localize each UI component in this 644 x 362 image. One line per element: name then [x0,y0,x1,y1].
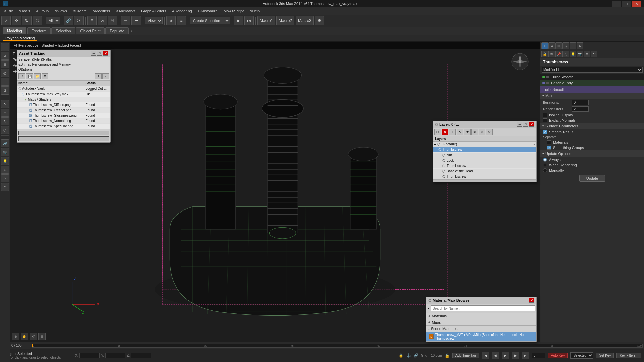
at-menu-bitmap[interactable]: &Bitmap Performance and Memory [18,63,109,66]
manually-radio-dot[interactable] [543,168,547,172]
iterations-input[interactable]: 0 [572,100,589,105]
close-button[interactable]: ✕ [632,1,641,7]
lw-hide-btn[interactable]: 👁 [464,129,471,135]
menu-modifiers[interactable]: &Modifiers [90,8,113,14]
vp-zoom-btn[interactable]: ⊕ [12,333,19,340]
viewport-compass[interactable] [510,52,530,72]
surface-params-header[interactable]: Surface Parameters [540,123,644,129]
tab-modeling[interactable]: Modeling [3,27,26,34]
smooth-result-checkbox[interactable]: Smooth Result [540,129,644,135]
materials-checkbox[interactable]: Materials [540,140,644,145]
key-filters-btn[interactable]: Key Filters... [616,353,641,358]
maximize-button[interactable]: □ [622,1,631,7]
rp-modify-icon[interactable]: ≋ [548,42,555,49]
table-row[interactable]: ⬡ Autodesk Vault Logged Out ... [17,86,110,92]
layer-nut[interactable]: ⬡ Nut [433,153,536,158]
modifier-turbosmooth[interactable]: TurboSmooth [540,74,644,80]
at-open-btn[interactable]: 📁 [34,73,41,79]
macro2-btn[interactable]: Macro2 [276,16,294,25]
vp-zoom-all-btn[interactable]: ⊞ [38,333,46,340]
rp-light-icon[interactable]: 💡 [570,51,576,57]
smoothing-groups-cb[interactable] [547,146,551,150]
rp-display-icon[interactable]: ⊡ [570,42,576,49]
menu-views[interactable]: &Views [52,8,69,14]
toolbar-move-btn[interactable]: ✛ [12,16,21,25]
at-menu-server[interactable]: Ser&ver [18,58,31,61]
explicit-normals-cb[interactable] [543,118,547,122]
rp-create-icon[interactable]: + [541,42,548,49]
tab-more-btn[interactable]: ▸ [131,28,133,33]
macro3-btn[interactable]: Macro3 [296,16,314,25]
rp-pin-icon[interactable]: 📌 [555,51,562,57]
z-value[interactable] [131,353,151,358]
when-rendering-radio[interactable]: When Rendering [540,162,644,168]
minimize-button[interactable]: ─ [612,1,621,7]
at-help-btn[interactable]: ? [95,73,102,79]
smoothing-groups-checkbox[interactable]: Smoothing Groups [540,145,644,150]
modify-tool[interactable]: ≋ [1,52,9,60]
lw-maximize-btn[interactable]: □ [523,122,528,127]
timeline[interactable]: 0 / 100 0 15 30 45 60 75 85 100 [10,342,644,349]
select-tool[interactable]: ↖ [1,100,9,108]
create-selection-dropdown[interactable]: Create Selection [190,17,230,24]
table-row[interactable]: 🖼 Thumbscrew_Glossiness.png Found [17,113,110,118]
next-key-btn[interactable]: ▶ [512,352,519,359]
menu-tools[interactable]: &Tools [16,8,33,14]
motion-tool[interactable]: ◎ [1,69,9,77]
tab-populate[interactable]: Populate [105,27,128,34]
y-value[interactable] [105,353,125,358]
explicit-normals-checkbox[interactable]: Explicit Normals [540,118,644,123]
rp-utilities-icon[interactable]: ⚙ [577,42,583,49]
vp-orbit-btn[interactable]: ↺ [30,333,37,340]
lw-select-btn[interactable]: ↖ [457,129,463,135]
at-maximize-btn[interactable]: □ [97,51,102,56]
menu-group[interactable]: &Group [33,8,51,14]
menu-rendering[interactable]: &Rendering [170,8,195,14]
layer-base-of-head[interactable]: ⬡ Base of the Head [433,169,536,174]
menu-animation[interactable]: &Animation [113,8,138,14]
isoline-cb[interactable] [543,113,547,117]
materials-cb[interactable] [547,140,551,144]
lw-settings-btn[interactable]: ⚙ [486,129,493,135]
at-menu-paths[interactable]: &Paths [41,58,52,61]
manually-radio[interactable]: Manually [540,168,644,173]
mat-browser-close-btn[interactable]: ✕ [529,298,534,303]
rp-warp-icon[interactable]: 〜 [591,51,597,57]
tab-selection[interactable]: Selection [51,27,75,34]
at-refresh-btn[interactable]: ↺ [18,73,25,79]
toolbar-next-btn[interactable]: ⏭ [244,16,254,25]
layer-default[interactable]: ▸ ⬡ 0 (default) ▾ [433,142,536,147]
layer-thumbscrew-selected[interactable]: ⬡ Thumbscrew [433,147,536,153]
toolbar-scale-btn[interactable]: ⬡ [33,16,42,25]
maps-section-header[interactable]: Maps [426,319,536,325]
isoline-checkbox[interactable]: Isoline Display [540,112,644,118]
menu-create[interactable]: &Create [70,8,89,14]
always-radio-dot[interactable] [543,158,547,162]
lw-add-obj-btn[interactable]: + [449,129,456,135]
layer-scrollbar[interactable] [433,179,536,182]
toolbar-mirror-btn[interactable]: ⊣ [121,16,130,25]
lw-minimize-btn[interactable]: ─ [517,122,522,127]
rotate-tool[interactable]: ↻ [1,117,9,125]
lw-delete-layer-btn[interactable]: ✕ [442,129,448,135]
timeline-track[interactable]: 0 15 30 45 60 75 85 100 [32,344,643,348]
mat-item-thumbscrew[interactable]: M Thumbscrew_MAT ( VRayMtl ) [Base of th… [426,332,536,341]
materials-section-header[interactable]: Materials [426,313,536,319]
rp-hierarchy-icon[interactable]: ⊞ [555,42,562,49]
play-btn[interactable]: ▶ [502,352,509,359]
table-row[interactable]: 🖼 Thumbscrew_Specular.png Found [17,124,110,129]
status-anchor-icon[interactable]: ⚓ [406,353,411,358]
render-iters-input[interactable]: 2 [572,106,589,112]
menu-help[interactable]: &Help [247,8,262,14]
table-row[interactable]: 🖼 Thumbscrew_Diffuse.png Found [17,102,110,108]
add-time-tag-btn[interactable]: Add Time Tag [452,353,479,358]
menu-graph[interactable]: Graph &Editors [138,8,169,14]
rp-camera-icon[interactable]: 📷 [577,51,583,57]
toolbar-rotate-btn[interactable]: ↻ [22,16,32,25]
table-row[interactable]: 🖼 Thumbscrew_Fresnel.png Found [17,108,110,113]
table-row[interactable]: ⬡ Thumbscrew_max_vray.max Ok [17,92,110,97]
create-tool[interactable]: + [1,43,9,51]
prev-frame-btn[interactable]: |◀ [482,352,489,359]
menu-maxscript[interactable]: M&AXScript [221,8,246,14]
at-menu-file[interactable]: &File [32,58,40,61]
